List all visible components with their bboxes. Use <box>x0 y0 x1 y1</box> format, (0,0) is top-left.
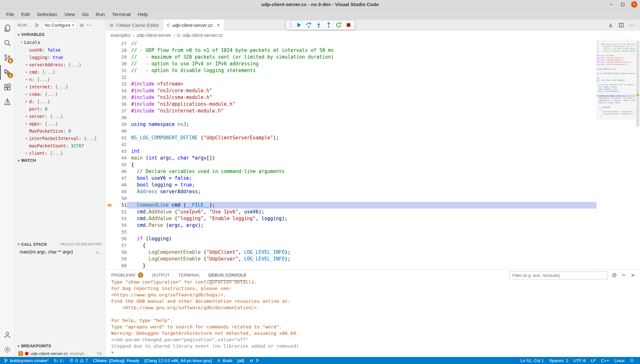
gutter-glyph[interactable] <box>105 161 114 168</box>
gutter-glyph[interactable] <box>105 262 114 269</box>
line-content[interactable] <box>127 74 596 81</box>
line-number[interactable]: 28 <box>114 47 127 54</box>
code-line-37[interactable]: 37#include "ns3/internet-module.h" <box>105 108 596 114</box>
line-number[interactable]: 39 <box>114 121 127 128</box>
gutter-glyph[interactable] <box>105 175 114 182</box>
line-number[interactable]: 56 <box>114 236 127 242</box>
line-number[interactable]: 53 <box>114 215 127 222</box>
code-line-42[interactable]: 42 <box>105 141 596 148</box>
continue-button[interactable] <box>296 22 302 28</box>
code-line-57[interactable]: 57 { <box>105 242 596 249</box>
more-actions-icon[interactable]: ··· <box>629 22 635 28</box>
line-content[interactable]: // Declare variables used in command-lin… <box>127 168 596 175</box>
line-content[interactable]: // - maximum of 320 packets sent (or lim… <box>127 54 596 61</box>
code-line-44[interactable]: 44main (int argc, char *argv[]) <box>105 155 596 161</box>
git-branch-item[interactable]: buildsystem-cmake* <box>1 357 51 364</box>
menu-selection[interactable]: Selection <box>33 9 61 20</box>
expand-arrow-icon[interactable]: ▸ <box>24 136 29 140</box>
line-content[interactable] <box>127 269 596 269</box>
line-number[interactable]: 34 <box>114 87 127 94</box>
variable-useV6[interactable]: useV6: false <box>14 46 105 54</box>
close-panel-icon[interactable] <box>630 273 636 278</box>
menu-run[interactable]: Run <box>92 9 108 20</box>
line-number[interactable]: 44 <box>114 155 127 161</box>
code-line-48[interactable]: 48 bool logging = true; <box>105 182 596 188</box>
line-content[interactable]: #include "ns3/csma-module.h" <box>127 94 596 101</box>
gutter-glyph[interactable] <box>105 148 114 155</box>
gutter-glyph[interactable] <box>105 61 114 67</box>
gutter-glyph[interactable] <box>105 249 114 256</box>
variable-apps[interactable]: ▸apps: {...} <box>14 120 105 127</box>
indentation-item[interactable]: Spaces: 2 <box>546 357 571 364</box>
gutter-glyph[interactable] <box>105 74 114 81</box>
breadcrumb-item[interactable]: udp-client-server <box>137 33 171 38</box>
gutter-glyph[interactable] <box>105 135 114 141</box>
close-tab-icon[interactable]: × <box>217 22 220 28</box>
gutter-glyph[interactable] <box>105 121 114 128</box>
line-content[interactable]: cmd.AddValue ("logging", "Enable logging… <box>127 215 596 222</box>
vertical-scrollbar[interactable] <box>636 40 640 269</box>
variable-csma[interactable]: ▸csma: {...} <box>14 90 105 98</box>
gutter-glyph[interactable] <box>105 81 114 87</box>
line-number[interactable]: 41 <box>114 135 127 141</box>
variable-interPacketInterval[interactable]: ▸interPacketInterval: {...} <box>14 135 105 142</box>
code-line-60[interactable]: 60 } <box>105 262 596 269</box>
gutter-glyph[interactable] <box>105 54 114 61</box>
encoding-item[interactable]: UTF-8 <box>571 357 588 364</box>
line-number[interactable]: 55 <box>114 229 127 236</box>
line-number[interactable]: 38 <box>114 114 127 121</box>
line-number[interactable]: 33 <box>114 81 127 87</box>
line-number[interactable]: 29 <box>114 54 127 61</box>
line-number[interactable]: 32 <box>114 74 127 81</box>
line-number[interactable]: 43 <box>114 148 127 155</box>
line-content[interactable]: NS_LOG_COMPONENT_DEFINE ("UdpClientServe… <box>127 135 596 141</box>
run-and-debug-icon[interactable]: 1 <box>0 65 14 80</box>
stop-button[interactable] <box>345 22 352 28</box>
code-line-33[interactable]: 33#include <fstream> <box>105 81 596 87</box>
build-button[interactable]: Build <box>214 357 235 364</box>
line-content[interactable]: LogComponentEnable ("UdpServer", LOG_LEV… <box>127 256 596 262</box>
gutter-glyph[interactable] <box>105 222 114 229</box>
code-line-43[interactable]: 43int <box>105 148 596 155</box>
gutter-glyph[interactable] <box>105 269 114 269</box>
line-number[interactable]: 61 <box>114 269 127 269</box>
variable-client[interactable]: ▸client: {...} <box>14 149 105 157</box>
line-number[interactable]: 52 <box>114 209 127 215</box>
tab-cmake-cache-editor[interactable]: CMake Cache Editor <box>105 20 163 31</box>
explorer-icon[interactable] <box>0 21 14 36</box>
line-content[interactable] <box>127 128 596 135</box>
line-content[interactable]: bool useV6 = false; <box>127 175 596 182</box>
minimize-icon[interactable] <box>608 1 614 8</box>
more-actions-icon[interactable]: ··· <box>87 22 93 28</box>
expand-arrow-icon[interactable]: ▸ <box>24 151 29 155</box>
line-number[interactable]: 31 <box>114 67 127 74</box>
line-content[interactable]: // - option to use IPv4 or IPv6 addressi… <box>127 61 596 67</box>
expand-arrow-icon[interactable]: ▸ <box>24 77 29 81</box>
line-number[interactable]: 42 <box>114 141 127 148</box>
line-number[interactable]: 27 <box>114 40 127 47</box>
line-number[interactable]: 58 <box>114 249 127 256</box>
gutter-glyph[interactable] <box>105 128 114 135</box>
cmake-tools-icon[interactable] <box>0 95 14 109</box>
variable-serverAddress[interactable]: ▸serverAddress: {...} <box>14 61 105 68</box>
watch-section-header[interactable]: ▾ WATCH <box>14 157 105 164</box>
maximize-icon[interactable] <box>619 1 626 8</box>
cmake-status-item[interactable]: CMake: [Debug]: Ready <box>90 357 142 364</box>
scrollbar-thumb[interactable] <box>636 41 639 127</box>
language-mode-item[interactable]: C++ <box>598 357 612 364</box>
menu-help[interactable]: Help <box>134 9 152 20</box>
line-content[interactable]: Address serverAddress; <box>127 188 596 195</box>
breadcrumb-item[interactable]: udp-client-server.cc <box>182 33 223 38</box>
line-number[interactable]: 48 <box>114 182 127 188</box>
variable-MaxPacketSize[interactable]: MaxPacketSize: 0 <box>14 127 105 135</box>
code-line-40[interactable]: 40 <box>105 128 596 135</box>
line-content[interactable]: #include "ns3/applications-module.h" <box>127 101 596 108</box>
code-line-49[interactable]: 49 Address serverAddress; <box>105 188 596 195</box>
source-control-icon[interactable]: 6 <box>0 50 14 65</box>
line-content[interactable]: { <box>127 242 596 249</box>
expand-arrow-icon[interactable]: ▸ <box>24 99 29 103</box>
code-line-50[interactable]: 50 <box>105 195 596 202</box>
line-number[interactable]: 35 <box>114 94 127 101</box>
menu-go[interactable]: Go <box>79 9 92 20</box>
line-number[interactable]: 30 <box>114 61 127 67</box>
